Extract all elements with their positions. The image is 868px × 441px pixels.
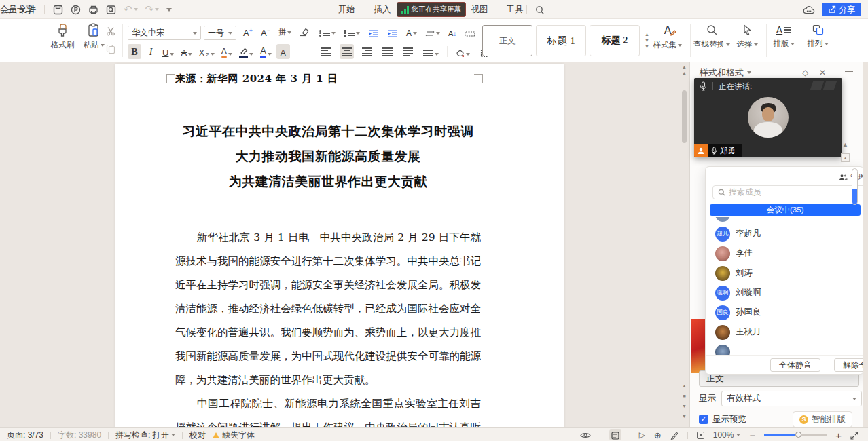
zoom-slider[interactable] [764, 434, 827, 436]
scroll-bottom-icon[interactable]: ▼ [681, 413, 688, 419]
meeting-count-bar[interactable]: 会议中(35) [710, 204, 861, 216]
participant-row[interactable]: 国良 孙国良 [706, 303, 863, 322]
align-right-button[interactable] [360, 44, 374, 59]
style-body-text[interactable]: 正文 [482, 25, 532, 56]
font-color-button[interactable]: A [258, 44, 274, 59]
clear-format-icon[interactable] [299, 26, 310, 37]
align-left-button[interactable] [319, 44, 333, 59]
text-direction-button[interactable] [425, 30, 440, 37]
char-scale-button[interactable]: A [406, 28, 417, 38]
style-set-button[interactable]: A 样式集 [649, 24, 687, 50]
zoom-in-button[interactable]: + [835, 429, 842, 441]
ribbon-tab[interactable]: 视图 [466, 0, 493, 19]
decrease-indent-icon[interactable] [368, 28, 379, 38]
missing-font-warning[interactable]: 缺失字体 [213, 429, 255, 441]
screen-sharing-badge[interactable]: 您正在共享屏幕 [397, 2, 466, 17]
read-mode-button[interactable]: ▷ [639, 430, 645, 440]
cut-icon[interactable] [106, 26, 115, 36]
browse-object-icon[interactable]: ■ [681, 393, 688, 399]
arrange-button[interactable]: 排列 [803, 24, 833, 49]
typeset-button[interactable]: A 排版 [769, 24, 799, 49]
member-search-input[interactable]: 搜索成员 [712, 185, 864, 199]
sort-icon[interactable]: A↓ [448, 29, 456, 37]
participant-row[interactable]: 刘涛 [706, 263, 863, 283]
char-shading-button[interactable]: A [276, 44, 290, 59]
word-count[interactable]: 字数: 33980 [58, 429, 101, 441]
align-distribute-button[interactable] [401, 44, 415, 59]
ink-button[interactable] [670, 430, 679, 440]
document-scrollbar[interactable]: ▲▲ ▲ ■ ▼ ▼ [679, 62, 689, 427]
meeting-video-window[interactable]: 正在讲话: 郑勇 [694, 78, 842, 157]
fit-page-button[interactable] [697, 432, 704, 439]
document-page[interactable]: 来源：新华网 2024 年 3 月 1 日 习近平在中共中央政治局第十二次集体学… [115, 64, 564, 427]
ribbon-tab[interactable]: 开始 [333, 0, 360, 19]
style-heading1[interactable]: 标题 1 [536, 25, 586, 56]
find-replace-button[interactable]: 查找替换 [693, 24, 731, 50]
strikethrough-button[interactable]: A [179, 44, 194, 59]
chevron-down-icon [754, 43, 758, 46]
grow-font-button[interactable]: A+ [243, 27, 253, 38]
ruler-icon[interactable] [465, 28, 475, 38]
select-button[interactable]: 选择 [732, 24, 762, 50]
page-view-button[interactable] [609, 429, 621, 440]
mute-all-button[interactable]: 全体静音 [770, 358, 820, 372]
copy-icon[interactable] [106, 43, 115, 54]
next-page-icon[interactable]: ▼ [681, 403, 688, 409]
numbered-list-button[interactable] [344, 28, 360, 37]
cloud-service-icon[interactable] [803, 3, 815, 16]
zoom-level-button[interactable]: 100% [713, 430, 741, 440]
host-badge-icon [694, 144, 708, 157]
highlight-color-button[interactable] [237, 44, 255, 59]
display-style-select[interactable]: 有效样式 [721, 391, 862, 406]
participants-window[interactable]: 管理成员 搜索成员 会议中(35) 超凡 李超凡 李佳 [705, 166, 864, 375]
pane-scrollbar-thumb[interactable] [852, 168, 858, 205]
smart-typeset-button[interactable]: S 智能排版 [793, 411, 852, 427]
ribbon-tab[interactable]: 插入 [369, 0, 396, 19]
pane-scroll-up-button[interactable]: ▲ [841, 153, 850, 162]
share-button[interactable]: 分享 [822, 3, 861, 16]
pane-collapse-icon[interactable]: ▲ [842, 141, 848, 148]
participant-row[interactable]: 超凡 李超凡 [706, 224, 863, 244]
zoom-slider-knob[interactable] [795, 432, 801, 438]
align-center-button[interactable] [340, 44, 354, 59]
superscript-button[interactable]: X2 [197, 44, 216, 59]
paste-button[interactable]: 粘贴 [79, 23, 109, 50]
scroll-top-icon[interactable]: ▲▲ [681, 64, 688, 76]
close-icon[interactable]: ✕ [819, 68, 826, 77]
web-view-button[interactable]: ⊕ [654, 430, 662, 440]
participant-row[interactable]: 璇啊 刘璇啊 [706, 283, 863, 303]
underline-button[interactable]: U [160, 44, 176, 59]
align-justify-button[interactable] [380, 44, 395, 59]
increase-indent-icon[interactable] [387, 28, 398, 38]
italic-button[interactable]: I [144, 44, 158, 59]
font-name-select[interactable]: 华文中宋 [128, 26, 201, 40]
proofread-button[interactable]: 校对 [189, 429, 206, 441]
minimize-icon[interactable] [845, 71, 853, 72]
show-preview-checkbox[interactable]: ✓ [699, 415, 708, 424]
font-size-select[interactable]: 一号 [204, 26, 236, 40]
participant-row[interactable]: 王秋月 [706, 322, 863, 342]
format-painter-button[interactable]: 格式刷 [48, 23, 77, 50]
pin-icon[interactable]: ◇ [802, 68, 808, 77]
line-spacing-button[interactable] [421, 44, 441, 59]
page-indicator[interactable]: 页面: 3/73 [7, 429, 43, 441]
bullet-list-button[interactable] [319, 28, 336, 37]
spellcheck-toggle[interactable]: 拼写检查: 打开 [115, 429, 175, 441]
shading-button[interactable] [454, 44, 472, 59]
participant-row[interactable]: 李佳 [706, 244, 863, 263]
unmute-all-button[interactable]: 解除全体静音 [834, 358, 864, 372]
promo-banner[interactable] [691, 319, 706, 373]
prev-page-icon[interactable]: ▲ [681, 383, 688, 389]
scrollbar-thumb[interactable] [682, 90, 687, 143]
eye-protect-icon[interactable] [580, 430, 591, 440]
phonetic-guide-button[interactable]: 拼 [278, 27, 291, 37]
zoom-out-button[interactable]: − [749, 429, 755, 441]
search-icon[interactable] [535, 3, 545, 16]
fullscreen-icon[interactable] [850, 430, 858, 440]
shrink-font-button[interactable]: A− [261, 27, 270, 38]
text-effect-button[interactable]: A [219, 44, 235, 59]
bold-button[interactable]: B [128, 44, 141, 59]
ribbon-tab[interactable]: 会员专享 [0, 0, 34, 19]
style-heading2[interactable]: 标题 2 [590, 25, 640, 56]
format-painter-label: 格式刷 [51, 40, 75, 50]
